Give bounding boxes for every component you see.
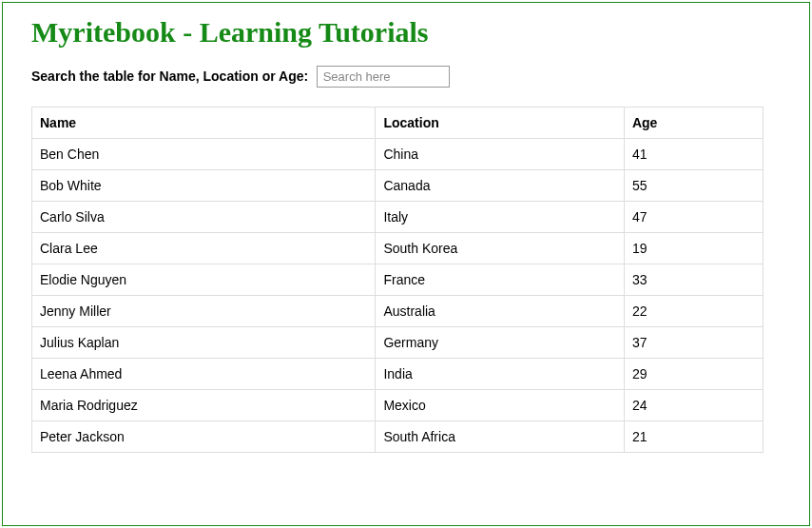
- page-title: Myritebook - Learning Tutorials: [31, 16, 781, 49]
- cell-name: Bob White: [32, 170, 376, 202]
- cell-name: Jenny Miller: [32, 296, 376, 327]
- cell-location: Germany: [376, 327, 624, 359]
- cell-location: Australia: [376, 296, 624, 327]
- table-row: Maria RodriguezMexico24: [32, 390, 764, 421]
- table-row: Carlo SilvaItaly47: [32, 202, 764, 233]
- cell-name: Leena Ahmed: [32, 359, 376, 390]
- table-row: Jenny MillerAustralia22: [32, 296, 764, 327]
- search-label: Search the table for Name, Location or A…: [31, 68, 308, 84]
- cell-age: 33: [624, 264, 763, 296]
- cell-age: 22: [624, 296, 763, 327]
- cell-location: France: [376, 264, 624, 296]
- cell-name: Carlo Silva: [32, 202, 376, 233]
- cell-age: 24: [624, 390, 763, 421]
- header-name: Name: [32, 108, 376, 139]
- cell-location: India: [376, 359, 624, 390]
- cell-name: Clara Lee: [32, 233, 376, 264]
- table-row: Julius KaplanGermany37: [32, 327, 764, 359]
- search-input[interactable]: [317, 66, 450, 88]
- cell-age: 19: [624, 233, 763, 264]
- cell-age: 21: [624, 421, 763, 453]
- page-container: Myritebook - Learning Tutorials Search t…: [2, 2, 810, 526]
- table-row: Clara LeeSouth Korea19: [32, 233, 764, 264]
- cell-name: Julius Kaplan: [32, 327, 376, 359]
- header-age: Age: [624, 108, 763, 139]
- cell-name: Elodie Nguyen: [32, 264, 376, 296]
- cell-age: 41: [624, 139, 763, 170]
- data-table: Name Location Age Ben ChenChina41Bob Whi…: [31, 107, 764, 453]
- cell-location: China: [376, 139, 624, 170]
- cell-location: Italy: [376, 202, 624, 233]
- table-row: Leena AhmedIndia29: [32, 359, 764, 390]
- header-location: Location: [376, 108, 624, 139]
- cell-location: South Korea: [376, 233, 624, 264]
- cell-age: 55: [624, 170, 763, 202]
- cell-name: Peter Jackson: [32, 421, 376, 453]
- cell-location: Canada: [376, 170, 624, 202]
- cell-age: 37: [624, 327, 763, 359]
- table-row: Ben ChenChina41: [32, 139, 764, 170]
- cell-name: Ben Chen: [32, 139, 376, 170]
- cell-location: South Africa: [376, 421, 624, 453]
- cell-location: Mexico: [376, 390, 624, 421]
- cell-age: 29: [624, 359, 763, 390]
- search-row: Search the table for Name, Location or A…: [31, 66, 781, 88]
- cell-age: 47: [624, 202, 763, 233]
- cell-name: Maria Rodriguez: [32, 390, 376, 421]
- table-row: Bob WhiteCanada55: [32, 170, 764, 202]
- table-header-row: Name Location Age: [32, 108, 764, 139]
- table-row: Peter JacksonSouth Africa21: [32, 421, 764, 453]
- table-row: Elodie NguyenFrance33: [32, 264, 764, 296]
